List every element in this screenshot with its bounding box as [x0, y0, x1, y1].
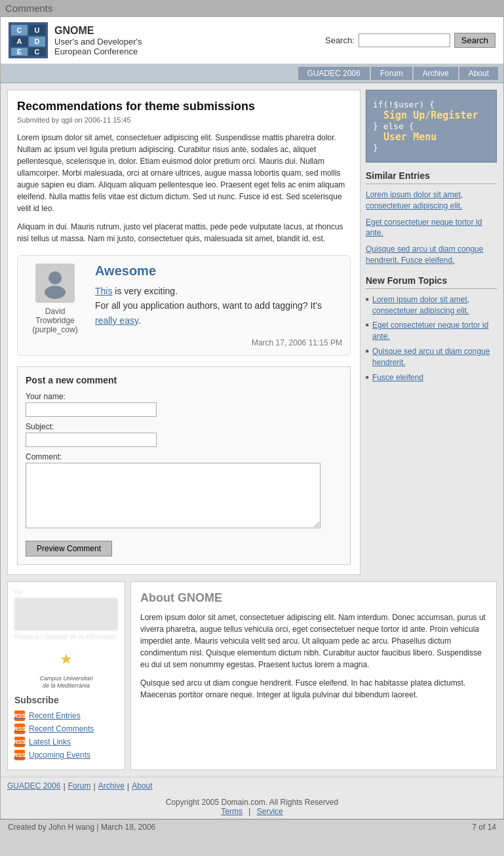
rss-icon-4: RSS	[14, 750, 25, 760]
about-heading: About GNOME	[140, 591, 487, 605]
forum-topic-1: Lorem ipsum dolor sit amet, consectetuer…	[366, 294, 497, 317]
this-link[interactable]: This	[95, 286, 112, 296]
logo-cell-a: A	[11, 37, 28, 47]
sponsor-blurry: Co Recerca i Societat de la Informació	[14, 589, 118, 641]
new-comment-form: Post a new comment Your name: Subject: C…	[17, 366, 351, 565]
comment-content: Awesome This is very exciting. For all y…	[95, 263, 342, 347]
about-section: About GNOME Lorem ipsum dolor sit amet, …	[130, 581, 497, 770]
sidebar: if(!$user) { Sign Up/Register } else { U…	[366, 90, 497, 575]
article-meta: Submitted by qgil on 2006-11 15:45	[17, 116, 351, 124]
avatar	[35, 263, 75, 303]
similar-entry-3[interactable]: Quisque sed arcu ut diam congue hendreri…	[366, 244, 497, 266]
terms-link[interactable]: Terms	[221, 807, 242, 816]
about-para2: Quisque sed arcu ut diam congue hendreri…	[140, 677, 487, 701]
logo-cell-d: D	[29, 37, 45, 47]
browser-bar: Created by John H wang | March 18, 2006 …	[0, 819, 504, 834]
really-easy-link[interactable]: really easy	[95, 315, 138, 326]
svg-point-1	[45, 286, 66, 299]
footer-links: GUADEC 2006 | Forum | Archive | About	[1, 777, 503, 795]
logo: C U A D E C	[9, 22, 48, 58]
tab-archive[interactable]: Archive	[414, 67, 458, 80]
commenter-name: DavidTrowbridge(purple_cow)	[32, 307, 77, 334]
rss-icon-2: RSS	[14, 724, 25, 734]
site-title: GNOME User's and Developer's European Co…	[54, 25, 142, 56]
svg-point-0	[48, 271, 62, 284]
creator-label: Created by John H wang | March 18, 2006	[8, 823, 155, 832]
footer-forum[interactable]: Forum	[68, 781, 91, 791]
nav-bar: GUADEC 2006 Forum Archive About	[1, 64, 503, 83]
campus-logo: ★ Campus Universitaride la Mediterrània	[14, 646, 118, 690]
forum-topic-2: Eget consectetuer neque tortor id ante.	[366, 320, 497, 342]
name-input[interactable]	[26, 402, 157, 417]
forum-topic-3: Quisque sed arcu ut diam congue hendreri…	[366, 346, 497, 368]
sponsors-col: Co Recerca i Societat de la Informació ★…	[7, 581, 125, 770]
similar-entries: Similar Entries Lorem ipsum dolor sit am…	[366, 170, 497, 266]
rss-icon-3: RSS	[14, 737, 25, 747]
footer-archive[interactable]: Archive	[98, 781, 125, 791]
similar-entry-2[interactable]: Eget consectetuer neque tortor id ante.	[366, 217, 497, 239]
comment-heading: Awesome	[95, 263, 342, 279]
forum-topics: New Forum Topics Lorem ipsum dolor sit a…	[366, 275, 497, 383]
commenter-info: DavidTrowbridge(purple_cow)	[26, 263, 85, 347]
comment-label: Comment:	[26, 452, 342, 461]
preview-button[interactable]: Preview Comment	[26, 541, 112, 556]
search-input[interactable]	[359, 33, 450, 47]
subscribe-section: Subscribe RSS Recent Entries RSS Recent …	[14, 695, 118, 760]
tab-guadec[interactable]: GUADEC 2006	[298, 67, 370, 80]
subscribe-latest-links[interactable]: RSS Latest Links	[14, 737, 118, 747]
logo-cell-u: U	[29, 25, 45, 35]
subject-input[interactable]	[26, 433, 157, 447]
campus-star-icon: ★	[60, 651, 73, 668]
comment-block: DavidTrowbridge(purple_cow) Awesome This…	[17, 255, 351, 356]
similar-entry-1[interactable]: Lorem ipsum dolor sit amet, consectetuer…	[366, 189, 497, 212]
comment-textarea[interactable]	[26, 463, 320, 528]
article-title: Recommendations for theme submissions	[17, 100, 351, 113]
logo-cell-e: E	[11, 48, 28, 56]
logo-cell-c: C	[11, 25, 28, 35]
service-link[interactable]: Service	[257, 807, 283, 816]
user-box: if(!$user) { Sign Up/Register } else { U…	[366, 90, 497, 163]
page-title: Comments	[5, 3, 53, 14]
search-label: Search:	[325, 35, 355, 45]
tab-forum[interactable]: Forum	[371, 67, 412, 80]
new-comment-heading: Post a new comment	[26, 375, 342, 385]
comment-date: March 17, 2006 11:15 PM	[95, 338, 342, 347]
pagination-label: 7 of 14	[472, 823, 496, 832]
copyright: Copyright 2005 Domain.com. All Rights Re…	[1, 795, 503, 819]
article-body: Lorem ipsum dolor sit amet, consectetuer…	[17, 132, 351, 244]
about-para1: Lorem ipsum dolor sit amet, consectetuer…	[140, 612, 487, 671]
footer-guadec[interactable]: GUADEC 2006	[7, 781, 60, 791]
footer-about[interactable]: About	[132, 781, 152, 791]
rss-icon-1: RSS	[14, 710, 25, 721]
logo-cell-c2: C	[29, 48, 45, 56]
search-button[interactable]: Search	[454, 33, 495, 48]
tab-about[interactable]: About	[459, 67, 498, 80]
comment-text: This is very exciting. For all you appli…	[95, 284, 342, 328]
forum-topic-4: Fusce eleifend	[366, 372, 497, 383]
subscribe-recent-entries[interactable]: RSS Recent Entries	[14, 710, 118, 721]
subscribe-recent-comments[interactable]: RSS Recent Comments	[14, 724, 118, 734]
subject-label: Subject:	[26, 422, 342, 431]
name-label: Your name:	[26, 392, 342, 401]
subscribe-upcoming-events[interactable]: RSS Upcoming Events	[14, 750, 118, 760]
